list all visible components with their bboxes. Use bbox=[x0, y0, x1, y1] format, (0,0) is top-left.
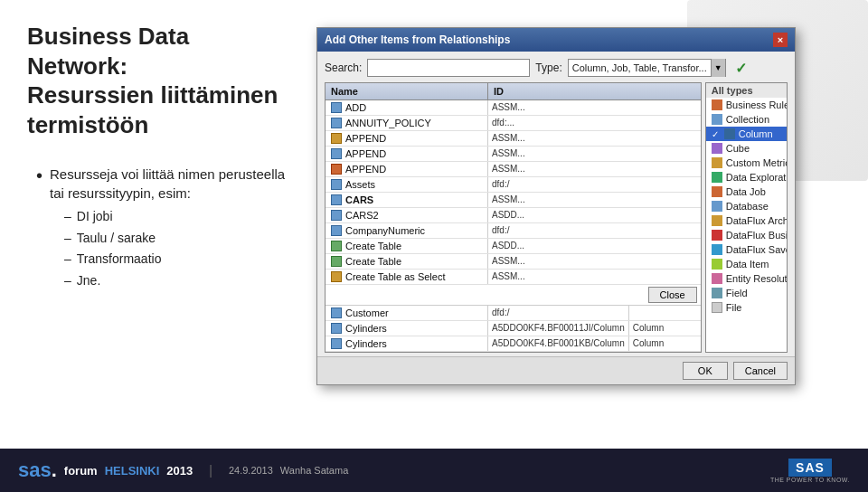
sub-item: –DI jobi bbox=[64, 208, 289, 226]
table-icon bbox=[331, 102, 342, 113]
table-icon bbox=[331, 323, 342, 334]
extra-row[interactable]: Customer dfd:/ bbox=[326, 306, 701, 321]
type-list[interactable]: All types Business Rule Flow Collection … bbox=[705, 82, 788, 353]
chevron-down-icon[interactable]: ▼ bbox=[711, 59, 725, 77]
table-row[interactable]: APPEND ASSM... bbox=[326, 131, 701, 147]
type-list-item[interactable]: Data Exploration bbox=[706, 170, 787, 184]
dialog-close-button[interactable]: × bbox=[773, 33, 788, 47]
table-row[interactable]: APPEND ASSM... bbox=[326, 147, 701, 162]
type-dropdown[interactable]: Column, Job, Table, Transfor... ▼ bbox=[568, 59, 726, 77]
dialog-titlebar: Add Other Items from Relationships × bbox=[317, 28, 795, 52]
row-name-cell: ADD bbox=[326, 100, 488, 115]
savedquery-icon bbox=[712, 244, 722, 255]
sas-right-logo: SAS THE POWER TO KNOW. bbox=[770, 459, 850, 483]
table-body[interactable]: ADD ASSM... ANNUITY_POLICY dfd:... bbox=[326, 100, 701, 285]
extra-row[interactable]: Cylinders A5DDO0KF4.BF00011JI/Column Col… bbox=[326, 321, 701, 336]
extra-id-cell: A5DDO0KF4.BF0001KB/Column bbox=[488, 336, 628, 351]
table-icon bbox=[331, 148, 342, 159]
column-icon bbox=[724, 128, 735, 139]
row-name-cell: Create Table as Select bbox=[326, 270, 488, 284]
ok-button[interactable]: OK bbox=[683, 362, 728, 380]
bizrule-icon bbox=[712, 230, 722, 241]
row-id-cell: dfd:/ bbox=[488, 177, 701, 192]
dialog-title: Add Other Items from Relationships bbox=[325, 33, 510, 46]
table-row[interactable]: Create Table ASDD... bbox=[326, 239, 701, 254]
row-name-cell: APPEND bbox=[326, 131, 488, 146]
row-id-cell: ASSM... bbox=[488, 254, 701, 269]
search-label: Search: bbox=[325, 62, 362, 74]
extra-name-cell: Customer bbox=[326, 306, 488, 320]
bottom-bar: sas. forum HELSINKI 2013 | 24.9.2013 Wan… bbox=[0, 449, 868, 492]
flow-icon bbox=[712, 99, 722, 110]
extra-row[interactable]: Cylinders A5DDO0KF4.BF0001KB/Column Colu… bbox=[326, 336, 701, 352]
row-id-cell: ASSM... bbox=[488, 131, 701, 146]
type-list-header[interactable]: All types bbox=[706, 83, 787, 98]
row-name-cell: APPEND bbox=[326, 162, 488, 176]
file-icon bbox=[712, 302, 722, 313]
bullet-dot: • bbox=[36, 163, 42, 188]
slide: Business Data Network:Resurssien liittäm… bbox=[0, 0, 868, 449]
table-row[interactable]: CompanyNumeric dfd:/ bbox=[326, 223, 701, 239]
search-input[interactable] bbox=[367, 59, 530, 77]
type-list-item[interactable]: Business Rule Flow bbox=[706, 98, 787, 112]
table-row[interactable]: APPEND ASSM... bbox=[326, 162, 701, 177]
table-icon bbox=[331, 194, 342, 205]
cube-icon bbox=[712, 143, 722, 154]
type-list-item[interactable]: Custom Metric bbox=[706, 156, 787, 170]
extra-name-cell: Cylinders bbox=[326, 321, 488, 336]
sas-logo-area: sas. forum HELSINKI 2013 | 24.9.2013 Wan… bbox=[18, 459, 348, 482]
type-list-item[interactable]: File bbox=[706, 300, 787, 315]
bar-divider: | bbox=[209, 463, 212, 478]
transform-icon bbox=[331, 164, 342, 175]
sub-item: –Jne. bbox=[64, 272, 289, 290]
table-row-cars[interactable]: CARS ASSM... bbox=[326, 193, 701, 208]
type-list-item[interactable]: Collection bbox=[706, 112, 787, 127]
row-name-cell: ANNUITY_POLICY bbox=[326, 116, 488, 130]
col-name-header: Name bbox=[326, 83, 488, 99]
sub-item: –Transformaatio bbox=[64, 251, 289, 269]
table-row[interactable]: CARS2 ASDD... bbox=[326, 208, 701, 223]
type-list-item[interactable]: Cube bbox=[706, 141, 787, 156]
table-row[interactable]: Assets dfd:/ bbox=[326, 177, 701, 193]
collection-icon bbox=[712, 114, 722, 125]
extra-type-cell: Column bbox=[628, 336, 701, 351]
type-list-item[interactable]: DataFlux Architect Job bbox=[706, 213, 787, 228]
row-name-cell: CARS2 bbox=[326, 208, 488, 222]
cancel-button[interactable]: Cancel bbox=[733, 362, 788, 380]
row-id-cell: dfd:/ bbox=[488, 223, 701, 238]
type-list-item-column[interactable]: ✓ Column bbox=[706, 127, 787, 141]
extra-type-cell: Column bbox=[628, 321, 701, 336]
entityres-icon bbox=[712, 273, 722, 284]
type-label: Type: bbox=[535, 62, 561, 74]
dialog-button-row: OK Cancel bbox=[317, 356, 795, 384]
table-header: Name ID bbox=[326, 83, 701, 100]
table-icon bbox=[331, 225, 342, 236]
location-label: HELSINKI bbox=[105, 464, 160, 478]
table-icon bbox=[331, 308, 342, 318]
type-list-item[interactable]: Data Item bbox=[706, 257, 787, 271]
type-list-item[interactable]: DataFlux Saved Query bbox=[706, 242, 787, 257]
table-row[interactable]: Create Table as Select ASSM... bbox=[326, 270, 701, 285]
bar-venue: Wanha Satama bbox=[280, 465, 348, 476]
table-row[interactable]: ADD ASSM... bbox=[326, 100, 701, 116]
type-list-item[interactable]: Entity Resolution bbox=[706, 271, 787, 286]
close-button-area: Close bbox=[326, 285, 701, 305]
row-id-cell: dfd:... bbox=[488, 116, 701, 130]
type-list-item[interactable]: Database bbox=[706, 199, 787, 213]
type-list-item[interactable]: Data Job bbox=[706, 184, 787, 199]
dataitem-icon bbox=[712, 259, 722, 270]
close-button[interactable]: Close bbox=[648, 287, 697, 303]
check-icon[interactable]: ✓ bbox=[735, 60, 747, 77]
bullet-item: • Resursseja voi liittää nimen perusteel… bbox=[36, 165, 289, 293]
type-list-item[interactable]: DataFlux Business Rule bbox=[706, 228, 787, 242]
extra-name-cell: Cylinders bbox=[326, 336, 488, 351]
db-icon bbox=[712, 201, 722, 212]
row-name-cell: CARS bbox=[326, 193, 488, 207]
row-name-cell: Assets bbox=[326, 177, 488, 192]
items-table: Name ID ADD ASSM... bbox=[325, 82, 702, 353]
all-types-label: All types bbox=[712, 85, 753, 96]
table-row[interactable]: ANNUITY_POLICY dfd:... bbox=[326, 116, 701, 131]
bullet-text: Resursseja voi liittää nimen perusteella… bbox=[50, 165, 289, 293]
table-row[interactable]: Create Table ASSM... bbox=[326, 254, 701, 270]
type-list-item[interactable]: Field bbox=[706, 286, 787, 300]
